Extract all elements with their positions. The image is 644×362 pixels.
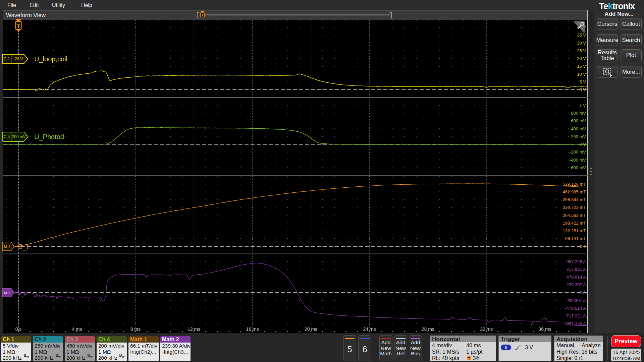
- svg-text:T: T: [468, 357, 470, 360]
